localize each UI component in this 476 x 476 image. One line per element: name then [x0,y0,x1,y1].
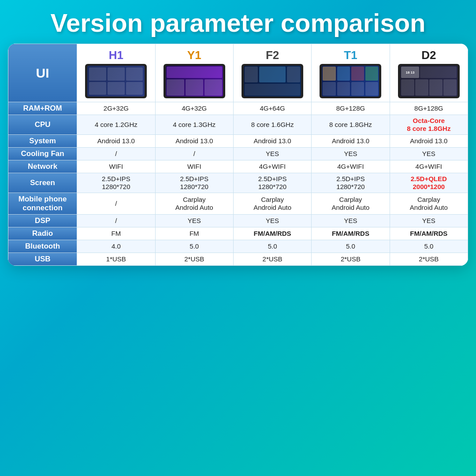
table-row: Bluetooth4.05.05.05.05.0 [8,240,468,253]
cell-7-3: YES [312,215,390,227]
screen-h1-image [85,64,147,98]
row-label-mobile-phone-connection: Mobile phoneconnection [8,193,77,215]
cell-4-1: WIFI [155,160,233,173]
row-label-cooling-fan: Cooling Fan [8,148,77,160]
cell-1-3: 8 core 1.8GHz [312,115,390,135]
cell-6-0: / [77,193,155,215]
cell-2-1: Android 13.0 [155,135,233,148]
table-row: RAM+ROM2G+32G4G+32G4G+64G8G+128G8G+128G [8,102,468,115]
cell-6-4: CarplayAndroid Auto [390,193,468,215]
cell-9-4: 5.0 [390,240,468,253]
row-label-network: Network [8,160,77,173]
cell-2-3: Android 13.0 [312,135,390,148]
cell-2-4: Android 13.0 [390,135,468,148]
cell-8-3: FM/AM/RDS [312,227,390,240]
row-label-cpu: CPU [8,115,77,135]
cell-6-1: CarplayAndroid Auto [155,193,233,215]
cell-8-2: FM/AM/RDS [233,227,311,240]
table-row: DSP/YESYESYESYES [8,215,468,227]
cell-5-2: 2.5D+IPS1280*720 [233,173,311,193]
col-h1-label: H1 [109,48,123,62]
cell-9-1: 5.0 [155,240,233,253]
cell-5-4: 2.5D+QLED2000*1200 [390,173,468,193]
table-row: Cooling Fan//YESYESYES [8,148,468,160]
cell-3-2: YES [233,148,311,160]
cell-2-0: Android 13.0 [77,135,155,148]
col-f2-label: F2 [266,48,279,62]
cell-0-4: 8G+128G [390,102,468,115]
table-row: Screen2.5D+IPS1280*7202.5D+IPS1280*7202.… [8,173,468,193]
cell-10-0: 1*USB [77,253,155,266]
table-row: RadioFMFMFM/AM/RDSFM/AM/RDSFM/AM/RDS [8,227,468,240]
table-row: SystemAndroid 13.0Android 13.0Android 13… [8,135,468,148]
col-header-t1: T1 [312,44,390,102]
table-row: USB1*USB2*USB2*USB2*USB2*USB [8,253,468,266]
col-y1-label: Y1 [187,48,201,62]
row-label-bluetooth: Bluetooth [8,240,77,253]
cell-0-3: 8G+128G [312,102,390,115]
table-row: Mobile phoneconnection/CarplayAndroid Au… [8,193,468,215]
cell-10-3: 2*USB [312,253,390,266]
comparison-table: UI H1 [8,44,468,266]
cell-1-0: 4 core 1.2GHz [77,115,155,135]
cell-4-2: 4G+WIFI [233,160,311,173]
cell-5-0: 2.5D+IPS1280*720 [77,173,155,193]
cell-1-4: Octa-Core8 core 1.8GHz [390,115,468,135]
cell-0-1: 4G+32G [155,102,233,115]
screen-t1-image [320,64,381,98]
cell-10-1: 2*USB [155,253,233,266]
cell-3-1: / [155,148,233,160]
col-t1-label: T1 [344,48,357,62]
cell-7-2: YES [233,215,311,227]
cell-0-0: 2G+32G [77,102,155,115]
cell-3-0: / [77,148,155,160]
cell-10-2: 2*USB [233,253,311,266]
row-label-usb: USB [8,253,77,266]
cell-7-4: YES [390,215,468,227]
cell-9-3: 5.0 [312,240,390,253]
cell-4-3: 4G+WIFI [312,160,390,173]
cell-0-2: 4G+64G [233,102,311,115]
cell-3-4: YES [390,148,468,160]
col-d2-label: D2 [421,48,436,62]
cell-8-0: FM [77,227,155,240]
cell-9-2: 5.0 [233,240,311,253]
col-header-d2: D2 18 13 [390,44,468,102]
page-title: Version parameter comparison [51,8,426,37]
cell-8-1: FM [155,227,233,240]
table-row: NetworkWIFIWIFI4G+WIFI4G+WIFI4G+WIFI [8,160,468,173]
table-row: CPU4 core 1.2GHz4 core 1.3GHz8 core 1.6G… [8,115,468,135]
cell-7-0: / [77,215,155,227]
row-label-radio: Radio [8,227,77,240]
screen-y1-image [164,64,225,98]
cell-8-4: FM/AM/RDS [390,227,468,240]
cell-1-1: 4 core 1.3GHz [155,115,233,135]
col-header-f2: F2 [233,44,311,102]
cell-9-0: 4.0 [77,240,155,253]
cell-5-3: 2.5D+IPS1280*720 [312,173,390,193]
cell-10-4: 2*USB [390,253,468,266]
ui-label: UI [8,44,77,102]
screen-f2-image [242,64,303,98]
header-row: UI H1 [8,44,468,102]
cell-5-1: 2.5D+IPS1280*720 [155,173,233,193]
cell-6-3: CarplayAndroid Auto [312,193,390,215]
cell-3-3: YES [312,148,390,160]
cell-4-0: WIFI [77,160,155,173]
cell-1-2: 8 core 1.6GHz [233,115,311,135]
cell-2-2: Android 13.0 [233,135,311,148]
col-header-y1: Y1 [155,44,233,102]
row-label-system: System [8,135,77,148]
cell-6-2: CarplayAndroid Auto [233,193,311,215]
cell-7-1: YES [155,215,233,227]
row-label-screen: Screen [8,173,77,193]
row-label-dsp: DSP [8,215,77,227]
col-header-h1: H1 [77,44,155,102]
screen-d2-image: 18 13 [398,64,460,98]
comparison-table-wrapper: UI H1 [8,44,468,266]
row-label-ram+rom: RAM+ROM [8,102,77,115]
cell-4-4: 4G+WIFI [390,160,468,173]
